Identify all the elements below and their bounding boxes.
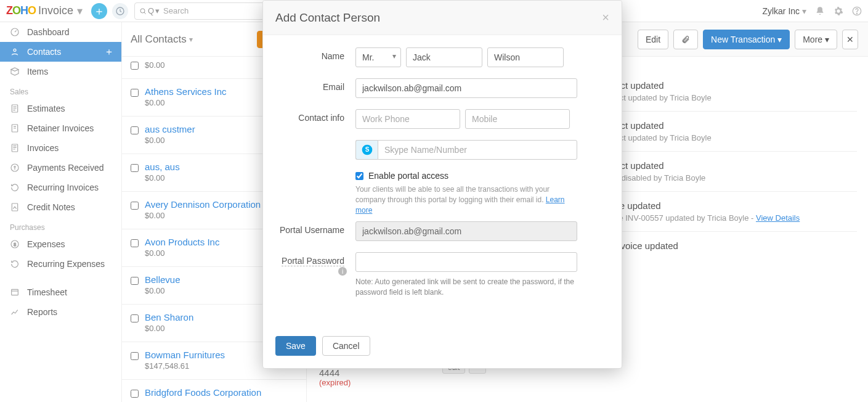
label-name: Name: [275, 47, 355, 67]
skype-icon: S: [355, 140, 378, 160]
save-button[interactable]: Save: [275, 336, 316, 356]
label-portal-username: Portal Username: [275, 221, 355, 241]
last-name-input[interactable]: [487, 47, 564, 67]
portal-help-text: Your clients will be able to see all the…: [355, 184, 577, 215]
info-icon[interactable]: i: [338, 267, 347, 276]
enable-portal-label: Enable portal access: [368, 171, 448, 181]
label-email: Email: [275, 78, 355, 98]
add-contact-person-modal: Add Contact Person × Name Mr. E: [262, 0, 622, 369]
cancel-button[interactable]: Cancel: [322, 336, 370, 356]
close-icon[interactable]: ×: [602, 10, 609, 25]
label-portal-password: Portal Password i: [275, 252, 355, 298]
email-input[interactable]: [355, 78, 577, 98]
work-phone-input[interactable]: [355, 109, 460, 129]
enable-portal-checkbox[interactable]: [355, 172, 363, 180]
svg-text:S: S: [365, 146, 369, 153]
password-note: Note: Auto generated link will be sent t…: [355, 277, 577, 298]
modal-title: Add Contact Person: [275, 11, 380, 25]
first-name-input[interactable]: [406, 47, 482, 67]
salutation-select[interactable]: Mr.: [355, 47, 401, 67]
mobile-input[interactable]: [465, 109, 570, 129]
portal-username-input: [355, 221, 577, 241]
skype-input[interactable]: [378, 140, 577, 160]
label-contact-info: Contact info: [275, 109, 355, 129]
portal-password-input[interactable]: [355, 252, 577, 272]
